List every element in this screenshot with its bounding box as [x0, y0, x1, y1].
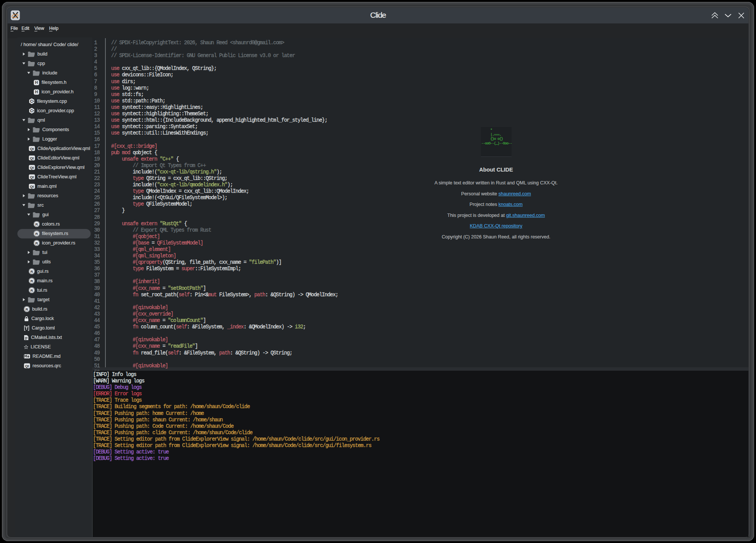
svg-text:H: H [35, 90, 38, 94]
svg-text:H: H [35, 80, 38, 85]
svg-text:Qt: Qt [30, 156, 34, 160]
svg-text:Qt: Qt [30, 184, 34, 189]
svg-text:R: R [36, 222, 38, 226]
svg-text:R: R [31, 269, 33, 274]
svg-text:R: R [31, 288, 33, 292]
svg-text:R: R [31, 279, 33, 283]
svg-text:R: R [36, 241, 38, 245]
svg-text:R: R [26, 307, 28, 311]
svg-text:Qt: Qt [30, 147, 34, 151]
svg-text:Qt: Qt [30, 166, 34, 170]
svg-text:R: R [36, 232, 38, 236]
svg-text:Qt: Qt [30, 175, 34, 179]
svg-text:Qt: Qt [25, 364, 29, 368]
